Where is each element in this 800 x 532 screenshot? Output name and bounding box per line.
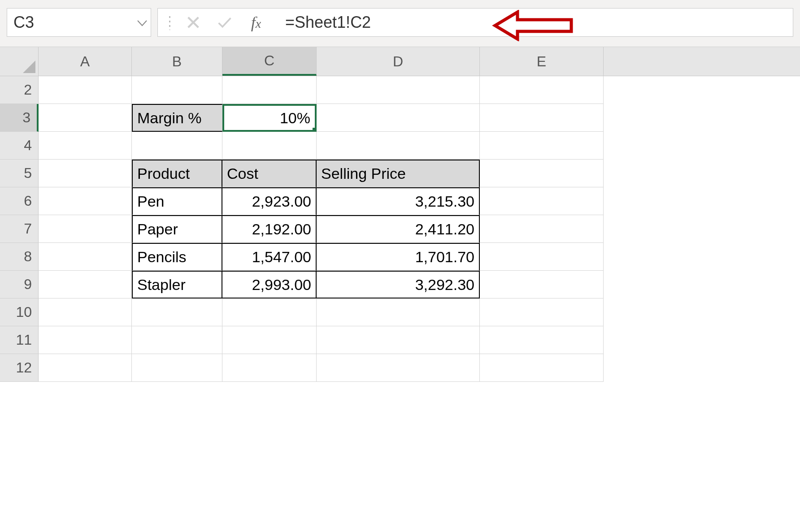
- cell-C3[interactable]: 10%: [222, 104, 317, 132]
- cell-E2[interactable]: [480, 76, 604, 104]
- cell-B5[interactable]: Product: [132, 160, 222, 187]
- column-headers: A B C D E: [0, 47, 800, 76]
- cell-E11[interactable]: [480, 326, 604, 354]
- cell-C10[interactable]: [222, 298, 317, 326]
- cell-A6[interactable]: [39, 187, 132, 215]
- cell-C9[interactable]: 2,993.00: [222, 271, 317, 298]
- row-header-11[interactable]: 11: [0, 326, 39, 354]
- row-7: 7 Paper 2,192.00 2,411.20: [0, 215, 800, 243]
- cell-C12[interactable]: [222, 354, 317, 382]
- cell-C7[interactable]: 2,192.00: [222, 215, 317, 243]
- row-header-9[interactable]: 9: [0, 271, 39, 298]
- cell-D7[interactable]: 2,411.20: [317, 215, 480, 243]
- row-3: 3 Margin % 10%: [0, 104, 800, 132]
- row-5: 5 Product Cost Selling Price: [0, 160, 800, 187]
- cell-D12[interactable]: [317, 354, 480, 382]
- cell-B4[interactable]: [132, 132, 222, 160]
- cell-D4[interactable]: [317, 132, 480, 160]
- row-header-5[interactable]: 5: [0, 160, 39, 187]
- formula-toolbar: fx: [157, 8, 275, 37]
- check-icon[interactable]: [209, 9, 240, 36]
- row-6: 6 Pen 2,923.00 3,215.30: [0, 187, 800, 215]
- row-header-10[interactable]: 10: [0, 298, 39, 326]
- cell-A11[interactable]: [39, 326, 132, 354]
- cell-E4[interactable]: [480, 132, 604, 160]
- cell-E3[interactable]: [480, 104, 604, 132]
- row-header-12[interactable]: 12: [0, 354, 39, 382]
- row-header-4[interactable]: 4: [0, 132, 39, 160]
- cell-B11[interactable]: [132, 326, 222, 354]
- formula-input[interactable]: =Sheet1!C2: [275, 8, 793, 37]
- cell-D5[interactable]: Selling Price: [317, 160, 480, 187]
- col-header-A[interactable]: A: [39, 47, 132, 76]
- cell-A4[interactable]: [39, 132, 132, 160]
- cell-D9[interactable]: 3,292.30: [317, 271, 480, 298]
- cell-A5[interactable]: [39, 160, 132, 187]
- cell-B7[interactable]: Paper: [132, 215, 222, 243]
- name-box-value: C3: [13, 13, 34, 32]
- row-8: 8 Pencils 1,547.00 1,701.70: [0, 243, 800, 271]
- cell-B3[interactable]: Margin %: [132, 104, 222, 132]
- cell-D10[interactable]: [317, 298, 480, 326]
- row-10: 10: [0, 298, 800, 326]
- cell-D3[interactable]: [317, 104, 480, 132]
- row-header-6[interactable]: 6: [0, 187, 39, 215]
- fx-icon[interactable]: fx: [240, 9, 272, 36]
- cell-A8[interactable]: [39, 243, 132, 271]
- col-header-B[interactable]: B: [132, 47, 222, 76]
- cell-A12[interactable]: [39, 354, 132, 382]
- cell-C2[interactable]: [222, 76, 317, 104]
- cancel-icon[interactable]: [178, 9, 209, 36]
- row-header-7[interactable]: 7: [0, 215, 39, 243]
- cell-C6[interactable]: 2,923.00: [222, 187, 317, 215]
- formula-bar-area: C3 fx =Sheet1!C2: [0, 0, 800, 47]
- cell-B2[interactable]: [132, 76, 222, 104]
- cell-D11[interactable]: [317, 326, 480, 354]
- row-header-3[interactable]: 3: [0, 104, 39, 132]
- cell-D8[interactable]: 1,701.70: [317, 243, 480, 271]
- col-header-E[interactable]: E: [480, 47, 604, 76]
- cell-C4[interactable]: [222, 132, 317, 160]
- col-header-C[interactable]: C: [222, 47, 317, 76]
- cell-E7[interactable]: [480, 215, 604, 243]
- cell-C8[interactable]: 1,547.00: [222, 243, 317, 271]
- cell-A3[interactable]: [39, 104, 132, 132]
- cell-A7[interactable]: [39, 215, 132, 243]
- cell-B9[interactable]: Stapler: [132, 271, 222, 298]
- row-2: 2: [0, 76, 800, 104]
- cell-E10[interactable]: [480, 298, 604, 326]
- spreadsheet-grid: A B C D E 2 3 Margin % 10% 4 5 Produc: [0, 47, 800, 382]
- formula-text: =Sheet1!C2: [285, 13, 371, 32]
- cell-E8[interactable]: [480, 243, 604, 271]
- cell-D6[interactable]: 3,215.30: [317, 187, 480, 215]
- select-all-corner[interactable]: [0, 47, 39, 76]
- cell-A2[interactable]: [39, 76, 132, 104]
- cell-D2[interactable]: [317, 76, 480, 104]
- cell-C5[interactable]: Cost: [222, 160, 317, 187]
- cell-B8[interactable]: Pencils: [132, 243, 222, 271]
- cell-E9[interactable]: [480, 271, 604, 298]
- cell-B12[interactable]: [132, 354, 222, 382]
- cell-E5[interactable]: [480, 160, 604, 187]
- name-box[interactable]: C3: [7, 8, 151, 37]
- cell-A10[interactable]: [39, 298, 132, 326]
- grip-icon: [161, 15, 178, 30]
- col-header-D[interactable]: D: [317, 47, 480, 76]
- cell-A9[interactable]: [39, 271, 132, 298]
- cell-C11[interactable]: [222, 326, 317, 354]
- row-9: 9 Stapler 2,993.00 3,292.30: [0, 271, 800, 298]
- cell-E6[interactable]: [480, 187, 604, 215]
- cell-B10[interactable]: [132, 298, 222, 326]
- row-header-8[interactable]: 8: [0, 243, 39, 271]
- row-12: 12: [0, 354, 800, 382]
- cell-B6[interactable]: Pen: [132, 187, 222, 215]
- row-header-2[interactable]: 2: [0, 76, 39, 104]
- cell-E12[interactable]: [480, 354, 604, 382]
- chevron-down-icon[interactable]: [137, 16, 147, 30]
- row-4: 4: [0, 132, 800, 160]
- row-11: 11: [0, 326, 800, 354]
